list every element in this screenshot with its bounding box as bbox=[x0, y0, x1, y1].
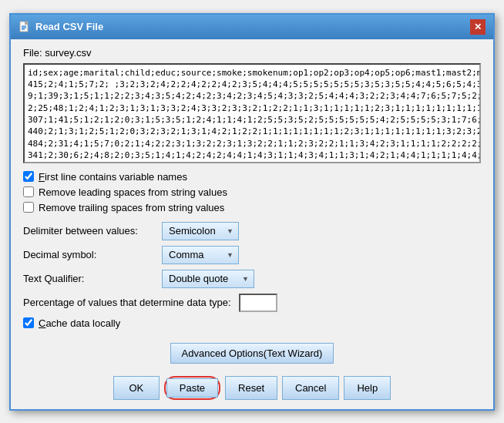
remove-trailing-checkbox[interactable] bbox=[23, 202, 34, 213]
decimal-label: Decimal symbol: bbox=[23, 249, 162, 260]
close-icon: ✕ bbox=[474, 22, 482, 32]
cache-checkbox[interactable] bbox=[23, 317, 34, 328]
cache-label-text: ache data locally bbox=[45, 317, 120, 329]
percentage-input[interactable]: 95 bbox=[239, 294, 277, 312]
title-bar-left: Read CSV File bbox=[18, 21, 103, 33]
help-button[interactable]: Help bbox=[344, 376, 391, 400]
preview-line-0: id;sex;age;marital;child;educ;source;smo… bbox=[28, 67, 476, 79]
reset-button[interactable]: Reset bbox=[225, 376, 277, 400]
paste-button[interactable]: Paste bbox=[166, 378, 218, 398]
remove-leading-label[interactable]: Remove leading spaces from string values bbox=[39, 186, 227, 198]
title-bar: Read CSV File ✕ bbox=[11, 15, 493, 39]
cache-label[interactable]: Cache data locally bbox=[39, 317, 120, 329]
delimiter-label: Delimiter between values: bbox=[23, 225, 162, 237]
svg-rect-1 bbox=[25, 22, 28, 25]
remove-trailing-row: Remove trailing spaces from string value… bbox=[23, 202, 481, 213]
qualifier-label: Text Qualifier: bbox=[23, 273, 162, 284]
preview-line-5: 440;2;1;3;1;2;5;1;2;0;3;2;3;2;1;3;1;4;2;… bbox=[28, 126, 476, 137]
percentage-row: Percentage of values that determine data… bbox=[23, 294, 481, 312]
preview-line-3: 2;25;48;1;2;4;1;2;3;1;3;1;3;3;2;4;3;3;2;… bbox=[28, 102, 476, 114]
read-csv-dialog: Read CSV File ✕ File: survey.csv id;sex;… bbox=[9, 13, 495, 411]
remove-trailing-label[interactable]: Remove trailing spaces from string value… bbox=[39, 202, 224, 213]
preview-line-1: 415;2;4;1;5;7;2; ;3;2;3;2;4;2;2;4;2;2;4;… bbox=[28, 79, 476, 90]
cancel-button[interactable]: Cancel bbox=[282, 376, 339, 400]
delimiter-value: Semicolon bbox=[169, 225, 216, 237]
remove-leading-row: Remove leading spaces from string values bbox=[23, 186, 481, 198]
advanced-options-button[interactable]: Advanced Options(Text Wizard) bbox=[170, 343, 334, 364]
ok-button[interactable]: OK bbox=[113, 376, 160, 400]
dialog-body: File: survey.csv id;sex;age;marital;chil… bbox=[11, 39, 493, 409]
first-line-label-text: irst line contains variable names bbox=[45, 171, 187, 183]
qualifier-value: Double quote bbox=[169, 273, 228, 284]
first-line-row: First line contains variable names bbox=[23, 171, 481, 183]
dialog-title: Read CSV File bbox=[35, 21, 103, 32]
file-label: File: survey.csv bbox=[23, 47, 481, 59]
close-button[interactable]: ✕ bbox=[470, 19, 486, 35]
qualifier-row: Text Qualifier: Double quote bbox=[23, 270, 481, 288]
decimal-row: Decimal symbol: Comma bbox=[23, 246, 481, 264]
qualifier-dropdown[interactable]: Double quote bbox=[162, 270, 254, 288]
preview-line-4: 307;1;41;5;1;2;1;2;0;3;1;5;3;5;1;2;4;1;1… bbox=[28, 114, 476, 126]
first-line-checkbox[interactable] bbox=[23, 171, 34, 182]
decimal-value: Comma bbox=[169, 249, 204, 260]
paste-wrapper: Paste bbox=[164, 376, 220, 400]
preview-box[interactable]: id;sex;age;marital;child;educ;source;smo… bbox=[23, 63, 481, 163]
first-line-label[interactable]: First line contains variable names bbox=[39, 171, 187, 183]
cache-row: Cache data locally bbox=[23, 317, 481, 329]
decimal-dropdown[interactable]: Comma bbox=[162, 246, 239, 264]
delimiter-dropdown[interactable]: Semicolon bbox=[162, 222, 239, 240]
button-row: OK Paste Reset Cancel Help bbox=[23, 376, 481, 400]
remove-leading-checkbox[interactable] bbox=[23, 186, 34, 197]
preview-line-6: 484;2;31;4;1;5;7;0;2;1;4;2;2;3;1;3;2;2;3… bbox=[28, 138, 476, 149]
csv-icon bbox=[18, 21, 31, 33]
preview-line-7: 341;2;30;6;2;4;8;2;0;3;5;1;4;1;4;2;4;2;4… bbox=[28, 149, 476, 161]
preview-line-2: 9;1;39;3;1;5;1;1;2;2;3;4;3;5;4;2;4;2;3;4… bbox=[28, 90, 476, 102]
delimiter-row: Delimiter between values: Semicolon bbox=[23, 222, 481, 240]
percentage-label: Percentage of values that determine data… bbox=[23, 297, 231, 308]
